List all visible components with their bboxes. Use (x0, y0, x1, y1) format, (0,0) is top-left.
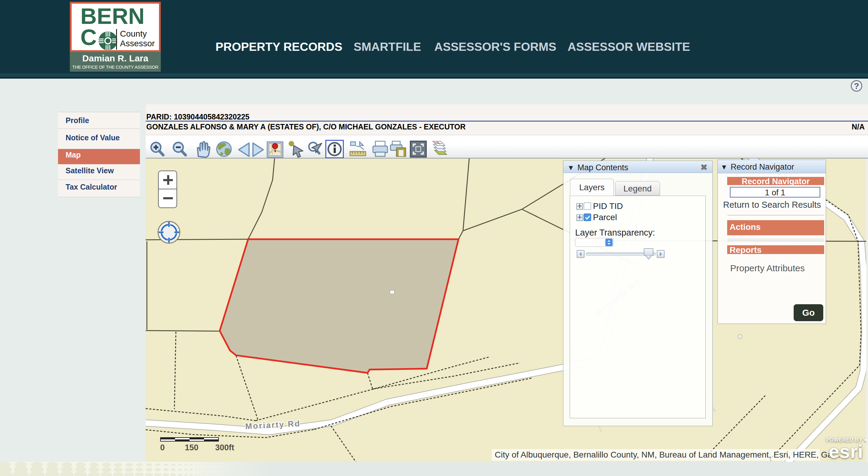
svg-text:300ft: 300ft (215, 443, 234, 452)
svg-text:0: 0 (160, 443, 165, 452)
svg-text:150: 150 (185, 443, 198, 452)
